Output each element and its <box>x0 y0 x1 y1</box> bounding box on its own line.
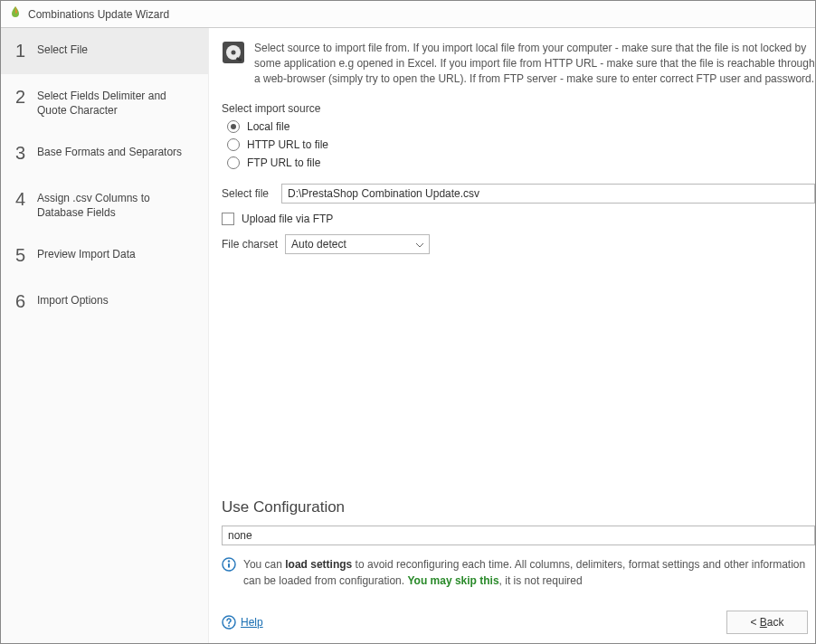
dropdown-value: Auto detect <box>291 238 346 251</box>
help-link[interactable]: Help <box>222 615 263 630</box>
back-button[interactable]: < Back <box>726 611 808 634</box>
step-number: 2 <box>15 87 37 108</box>
svg-rect-6 <box>228 564 230 568</box>
svg-point-8 <box>228 625 230 627</box>
app-icon <box>8 5 23 23</box>
file-path-input[interactable] <box>281 184 815 204</box>
radio-icon <box>227 120 240 133</box>
step-delimiter[interactable]: 2 Select Fields Delimiter and Quote Char… <box>1 74 208 130</box>
step-number: 1 <box>15 41 37 62</box>
charset-label: File charset <box>222 238 278 251</box>
import-source-radios: Local file HTTP URL to file FTP URL to f… <box>222 120 815 169</box>
step-assign-columns[interactable]: 4 Assign .csv Columns to Database Fields <box>1 176 208 232</box>
help-label: Help <box>241 616 263 629</box>
charset-row: File charset Auto detect <box>222 234 815 254</box>
step-select-file[interactable]: 1 Select File <box>1 28 208 74</box>
radio-local-file[interactable]: Local file <box>227 120 815 133</box>
chevron-down-icon <box>416 238 423 251</box>
select-file-row: Select file <box>222 184 815 204</box>
charset-dropdown[interactable]: Auto detect <box>285 234 430 254</box>
configuration-hint: You can load settings to avoid reconfigu… <box>222 556 815 589</box>
footer: Help < Back <box>222 611 815 634</box>
radio-label: Local file <box>247 120 289 133</box>
use-configuration-title: Use Configuration <box>222 498 815 516</box>
step-formats[interactable]: 3 Base Formats and Separators <box>1 130 208 176</box>
main-panel: Select source to import file from. If yo… <box>209 28 815 643</box>
configuration-input[interactable] <box>222 526 815 545</box>
radio-icon <box>227 156 240 169</box>
step-number: 4 <box>15 189 37 210</box>
titlebar: Combinations Update Wizard <box>1 1 815 28</box>
radio-http-url[interactable]: HTTP URL to file <box>227 138 815 151</box>
help-icon <box>222 615 236 630</box>
info-icon <box>222 557 236 576</box>
wizard-window: Combinations Update Wizard 1 Select File… <box>0 0 816 644</box>
step-label: Select Fields Delimiter and Quote Charac… <box>37 87 197 118</box>
upload-ftp-checkbox[interactable]: Upload file via FTP <box>222 213 815 225</box>
info-banner: Select source to import file from. If yo… <box>222 41 815 86</box>
disk-icon <box>222 41 245 67</box>
step-number: 3 <box>15 143 37 164</box>
steps-sidebar: 1 Select File 2 Select Fields Delimiter … <box>1 28 209 643</box>
checkbox-label: Upload file via FTP <box>242 213 333 225</box>
radio-icon <box>227 138 240 151</box>
info-text: Select source to import file from. If yo… <box>254 41 815 86</box>
select-file-label: Select file <box>222 187 274 200</box>
step-label: Import Options <box>37 291 197 308</box>
step-label: Preview Import Data <box>37 245 197 262</box>
step-label: Assign .csv Columns to Database Fields <box>37 189 197 220</box>
step-number: 6 <box>15 291 37 312</box>
radio-ftp-url[interactable]: FTP URL to file <box>227 156 815 169</box>
window-title: Combinations Update Wizard <box>28 8 169 21</box>
step-number: 5 <box>15 245 37 266</box>
radio-label: FTP URL to file <box>247 156 320 169</box>
import-source-label: Select import source <box>222 102 815 115</box>
radio-label: HTTP URL to file <box>247 138 328 151</box>
step-import-options[interactable]: 6 Import Options <box>1 279 208 325</box>
step-label: Select File <box>37 41 197 58</box>
hint-text: You can load settings to avoid reconfigu… <box>243 556 815 589</box>
wizard-body: 1 Select File 2 Select Fields Delimiter … <box>1 28 815 643</box>
step-preview[interactable]: 5 Preview Import Data <box>1 232 208 279</box>
import-source-block: Select import source Local file HTTP URL… <box>222 102 815 175</box>
checkbox-icon <box>222 213 234 225</box>
svg-point-2 <box>232 51 236 55</box>
step-label: Base Formats and Separators <box>37 143 197 160</box>
svg-point-5 <box>228 560 230 562</box>
